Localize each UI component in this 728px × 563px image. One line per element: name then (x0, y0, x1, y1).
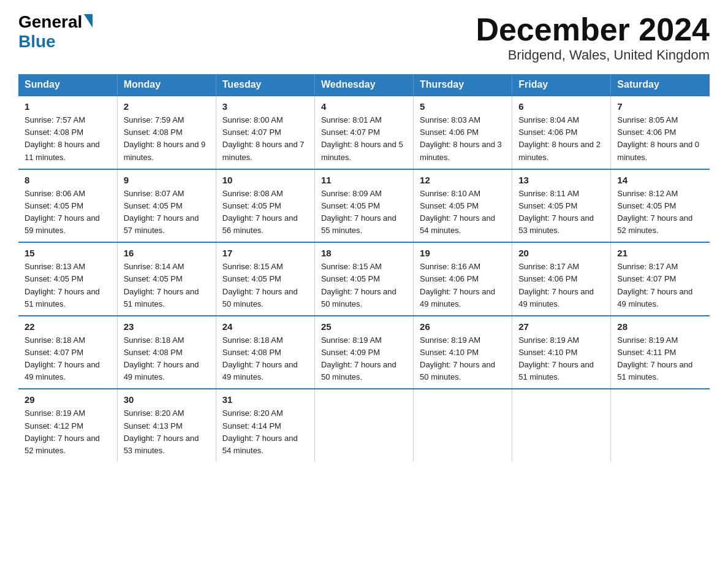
day-info: Sunrise: 8:18 AMSunset: 4:08 PMDaylight:… (124, 334, 210, 384)
day-info: Sunrise: 8:13 AMSunset: 4:05 PMDaylight:… (25, 261, 111, 310)
calendar-cell: 27 Sunrise: 8:19 AMSunset: 4:10 PMDaylig… (512, 316, 611, 389)
week-row-1: 1 Sunrise: 7:57 AMSunset: 4:08 PMDayligh… (18, 96, 710, 169)
day-info: Sunrise: 8:14 AMSunset: 4:05 PMDaylight:… (124, 261, 210, 310)
calendar-cell: 2 Sunrise: 7:59 AMSunset: 4:08 PMDayligh… (117, 96, 216, 169)
calendar-cell: 10 Sunrise: 8:08 AMSunset: 4:05 PMDaylig… (216, 169, 314, 243)
calendar-cell: 3 Sunrise: 8:00 AMSunset: 4:07 PMDayligh… (216, 96, 314, 169)
day-number: 22 (25, 321, 111, 332)
calendar-cell: 29 Sunrise: 8:19 AMSunset: 4:12 PMDaylig… (18, 389, 117, 462)
day-number: 7 (617, 101, 703, 112)
page-header: General Blue December 2024 Bridgend, Wal… (18, 12, 710, 63)
calendar-cell: 8 Sunrise: 8:06 AMSunset: 4:05 PMDayligh… (18, 169, 117, 243)
day-number: 6 (518, 101, 604, 112)
day-info: Sunrise: 8:05 AMSunset: 4:06 PMDaylight:… (617, 114, 703, 164)
calendar-cell: 26 Sunrise: 8:19 AMSunset: 4:10 PMDaylig… (414, 316, 512, 389)
day-number: 29 (25, 394, 111, 405)
header-friday: Friday (512, 74, 611, 96)
day-number: 27 (518, 321, 604, 332)
day-info: Sunrise: 8:17 AMSunset: 4:07 PMDaylight:… (617, 261, 703, 310)
day-number: 4 (321, 101, 407, 112)
title-block: December 2024 Bridgend, Wales, United Ki… (476, 12, 710, 63)
day-info: Sunrise: 8:07 AMSunset: 4:05 PMDaylight:… (124, 188, 210, 237)
calendar-cell: 1 Sunrise: 7:57 AMSunset: 4:08 PMDayligh… (18, 96, 117, 169)
logo-blue-text: Blue (18, 32, 56, 52)
day-info: Sunrise: 8:11 AMSunset: 4:05 PMDaylight:… (518, 188, 604, 237)
page-title: December 2024 (476, 12, 710, 47)
day-number: 18 (321, 248, 407, 258)
calendar-cell (314, 389, 413, 462)
day-info: Sunrise: 8:19 AMSunset: 4:09 PMDaylight:… (321, 334, 407, 384)
day-info: Sunrise: 8:19 AMSunset: 4:10 PMDaylight:… (420, 334, 506, 384)
header-wednesday: Wednesday (314, 74, 413, 96)
calendar-cell: 12 Sunrise: 8:10 AMSunset: 4:05 PMDaylig… (414, 169, 512, 243)
day-info: Sunrise: 8:15 AMSunset: 4:05 PMDaylight:… (222, 261, 308, 310)
day-info: Sunrise: 8:18 AMSunset: 4:08 PMDaylight:… (222, 334, 308, 384)
calendar-cell: 23 Sunrise: 8:18 AMSunset: 4:08 PMDaylig… (117, 316, 216, 389)
day-info: Sunrise: 8:00 AMSunset: 4:07 PMDaylight:… (222, 114, 308, 164)
logo-general-text: General (18, 12, 82, 32)
calendar-cell: 15 Sunrise: 8:13 AMSunset: 4:05 PMDaylig… (18, 242, 117, 316)
day-info: Sunrise: 7:59 AMSunset: 4:08 PMDaylight:… (124, 114, 210, 164)
logo-arrow-icon (84, 14, 93, 28)
logo-general: General (18, 12, 93, 32)
day-number: 28 (617, 321, 703, 332)
day-number: 15 (25, 248, 111, 258)
header-tuesday: Tuesday (216, 74, 314, 96)
day-info: Sunrise: 8:06 AMSunset: 4:05 PMDaylight:… (25, 188, 111, 237)
calendar-cell (512, 389, 611, 462)
calendar-cell: 21 Sunrise: 8:17 AMSunset: 4:07 PMDaylig… (611, 242, 710, 316)
day-info: Sunrise: 8:01 AMSunset: 4:07 PMDaylight:… (321, 114, 407, 164)
day-number: 30 (124, 394, 210, 405)
day-number: 25 (321, 321, 407, 332)
calendar-cell: 11 Sunrise: 8:09 AMSunset: 4:05 PMDaylig… (314, 169, 413, 243)
calendar-cell: 4 Sunrise: 8:01 AMSunset: 4:07 PMDayligh… (314, 96, 413, 169)
week-row-2: 8 Sunrise: 8:06 AMSunset: 4:05 PMDayligh… (18, 169, 710, 243)
day-number: 21 (617, 248, 703, 258)
day-number: 12 (420, 175, 506, 185)
day-number: 26 (420, 321, 506, 332)
day-number: 14 (617, 175, 703, 185)
day-info: Sunrise: 7:57 AMSunset: 4:08 PMDaylight:… (25, 114, 111, 164)
day-number: 10 (222, 175, 308, 185)
day-number: 20 (518, 248, 604, 258)
day-number: 13 (518, 175, 604, 185)
calendar-cell: 24 Sunrise: 8:18 AMSunset: 4:08 PMDaylig… (216, 316, 314, 389)
day-number: 17 (222, 248, 308, 258)
day-info: Sunrise: 8:17 AMSunset: 4:06 PMDaylight:… (518, 261, 604, 310)
calendar-cell: 13 Sunrise: 8:11 AMSunset: 4:05 PMDaylig… (512, 169, 611, 243)
header-sunday: Sunday (18, 74, 117, 96)
day-number: 1 (25, 101, 111, 112)
calendar-cell: 7 Sunrise: 8:05 AMSunset: 4:06 PMDayligh… (611, 96, 710, 169)
day-info: Sunrise: 8:16 AMSunset: 4:06 PMDaylight:… (420, 261, 506, 310)
day-info: Sunrise: 8:15 AMSunset: 4:05 PMDaylight:… (321, 261, 407, 310)
day-number: 3 (222, 101, 308, 112)
day-number: 5 (420, 101, 506, 112)
day-number: 23 (124, 321, 210, 332)
day-info: Sunrise: 8:12 AMSunset: 4:05 PMDaylight:… (617, 188, 703, 237)
calendar-cell: 6 Sunrise: 8:04 AMSunset: 4:06 PMDayligh… (512, 96, 611, 169)
week-row-4: 22 Sunrise: 8:18 AMSunset: 4:07 PMDaylig… (18, 316, 710, 389)
header-saturday: Saturday (611, 74, 710, 96)
page-subtitle: Bridgend, Wales, United Kingdom (476, 47, 710, 63)
day-info: Sunrise: 8:04 AMSunset: 4:06 PMDaylight:… (518, 114, 604, 164)
calendar-header-row: SundayMondayTuesdayWednesdayThursdayFrid… (18, 74, 710, 96)
calendar-cell: 16 Sunrise: 8:14 AMSunset: 4:05 PMDaylig… (117, 242, 216, 316)
day-number: 11 (321, 175, 407, 185)
week-row-3: 15 Sunrise: 8:13 AMSunset: 4:05 PMDaylig… (18, 242, 710, 316)
header-monday: Monday (117, 74, 216, 96)
day-number: 19 (420, 248, 506, 258)
day-number: 8 (25, 175, 111, 185)
calendar-cell: 28 Sunrise: 8:19 AMSunset: 4:11 PMDaylig… (611, 316, 710, 389)
day-number: 31 (222, 394, 308, 405)
calendar-cell: 17 Sunrise: 8:15 AMSunset: 4:05 PMDaylig… (216, 242, 314, 316)
day-number: 9 (124, 175, 210, 185)
day-info: Sunrise: 8:18 AMSunset: 4:07 PMDaylight:… (25, 334, 111, 384)
day-info: Sunrise: 8:10 AMSunset: 4:05 PMDaylight:… (420, 188, 506, 237)
calendar-cell: 14 Sunrise: 8:12 AMSunset: 4:05 PMDaylig… (611, 169, 710, 243)
calendar-cell: 9 Sunrise: 8:07 AMSunset: 4:05 PMDayligh… (117, 169, 216, 243)
day-info: Sunrise: 8:19 AMSunset: 4:11 PMDaylight:… (617, 334, 703, 384)
calendar-cell: 25 Sunrise: 8:19 AMSunset: 4:09 PMDaylig… (314, 316, 413, 389)
calendar-table: SundayMondayTuesdayWednesdayThursdayFrid… (18, 74, 710, 462)
calendar-cell: 18 Sunrise: 8:15 AMSunset: 4:05 PMDaylig… (314, 242, 413, 316)
day-number: 16 (124, 248, 210, 258)
